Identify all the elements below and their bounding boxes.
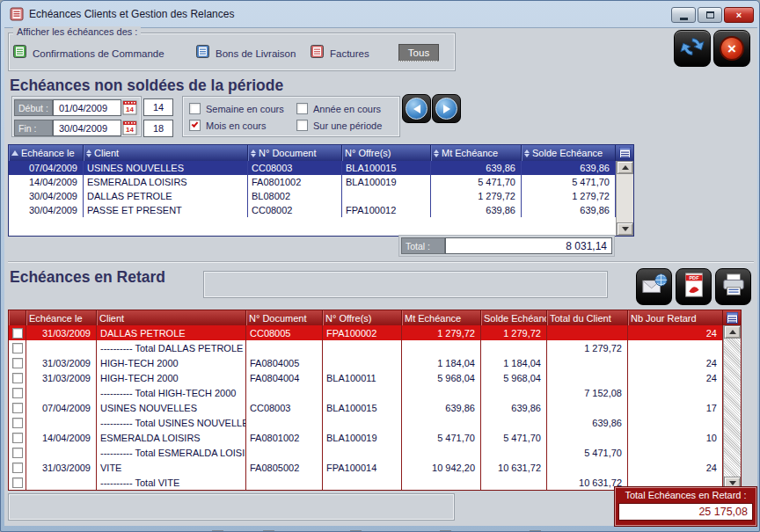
export-pdf-button[interactable]: PDF (676, 268, 712, 305)
row-checkbox[interactable] (12, 418, 23, 428)
late-table-row[interactable]: 31/03/2009DALLAS PETROLECC08005FPA100002… (9, 325, 723, 340)
maximize-icon (706, 11, 714, 18)
start-date-label: Début : (14, 99, 53, 116)
due-table-column-header[interactable]: N° Document (248, 145, 342, 161)
late-table-column-header[interactable]: N° Document (246, 310, 323, 325)
table-properties-icon[interactable] (724, 311, 740, 324)
previous-period-button[interactable] (402, 94, 431, 123)
exit-button[interactable]: × (713, 30, 750, 67)
due-table-column-header[interactable]: Mt Echéance (431, 145, 522, 161)
late-table-row[interactable]: ---------- Total ESMERALDA LOISIRS5 471,… (9, 445, 723, 460)
period-option[interactable]: Semaine en cours (189, 100, 296, 117)
close-button[interactable]: × (724, 7, 754, 23)
due-table-column-header[interactable]: Client (84, 145, 248, 161)
filter-item[interactable]: Bons de Livraison (196, 45, 296, 62)
late-table-cell: BLA100015 (323, 400, 402, 415)
late-table-row[interactable]: 14/04/2009ESMERALDA LOISIRSFA0801002BLA1… (9, 430, 723, 445)
due-table: Echéance leClientN° DocumentN° Offre(s)M… (8, 144, 634, 237)
calendar-icon[interactable]: 14 (122, 99, 137, 115)
close-icon: × (736, 11, 742, 20)
calendar-icon[interactable]: 14 (122, 120, 137, 135)
late-table-cell (402, 445, 481, 460)
row-checkbox[interactable] (12, 358, 23, 368)
end-date-input[interactable]: 30/04/2009 (53, 120, 121, 136)
period-option[interactable]: Sur une période (296, 117, 397, 134)
due-table-cell: 07/04/2009 (9, 161, 84, 175)
column-header-label: Client (94, 148, 119, 158)
row-checkbox[interactable] (12, 448, 23, 458)
week-end-field[interactable]: 18 (143, 120, 173, 137)
row-checkbox[interactable] (12, 463, 23, 473)
period-option[interactable]: Année en cours (296, 100, 397, 117)
due-table-cell: DALLAS PETROLE (84, 189, 248, 203)
checkbox[interactable] (189, 120, 201, 131)
scroll-up-button[interactable] (724, 325, 741, 339)
send-email-button[interactable] (636, 268, 672, 305)
due-table-row[interactable]: 30/04/2009DALLAS PETROLEBL080021 279,721… (9, 189, 616, 203)
row-checkbox[interactable] (12, 343, 23, 353)
maximize-button[interactable] (698, 7, 722, 23)
due-total-label: Total : (401, 237, 445, 254)
due-table-cell: BLA100019 (342, 175, 431, 189)
late-table-cell: 1 184,04 (481, 355, 547, 370)
late-table-row[interactable]: 07/04/2009USINES NOUVELLESCC08003BLA1000… (9, 400, 723, 415)
late-table-row[interactable]: 31/03/2009VITEFA0805002FPA10001410 942,2… (9, 460, 723, 475)
refresh-button[interactable] (674, 30, 711, 67)
due-table-column-header[interactable]: Solde Echéance (522, 145, 616, 161)
row-checkbox[interactable] (12, 433, 23, 443)
start-date-input[interactable]: 01/04/2009 (53, 99, 121, 116)
late-table-row[interactable]: 31/03/2009HIGH-TECH 2000FA08040051 184,0… (9, 355, 723, 370)
late-total-label: Total Echéances en Retard : (618, 490, 753, 500)
late-table-cell (402, 340, 481, 355)
next-period-button[interactable] (432, 94, 461, 123)
row-checkbox[interactable] (12, 403, 23, 413)
due-table-cell: BL08002 (248, 189, 342, 203)
titlebar[interactable]: Echéances Clients et Gestion des Relance… (1, 1, 759, 27)
late-table-column-header[interactable]: Nb Jour Retard (628, 310, 723, 325)
late-table-row[interactable]: ---------- Total DALLAS PETROLE1 279,72 (9, 340, 723, 355)
late-table-column-header[interactable]: Mt Echéance (402, 310, 481, 325)
row-checkbox[interactable] (12, 328, 23, 339)
filter-all-button[interactable]: Tous (398, 44, 439, 62)
late-table-row[interactable]: 31/03/2009HIGH-TECH 2000FA0804004BLA1000… (9, 370, 723, 385)
late-table-cell: USINES NOUVELLES (97, 400, 246, 415)
late-table-cell: ESMERALDA LOISIRS (97, 430, 246, 445)
late-table-cell (246, 415, 323, 430)
table-properties-icon[interactable] (617, 146, 632, 159)
checkbox[interactable] (296, 103, 308, 114)
due-table-row[interactable]: 07/04/2009USINES NOUVELLESCC08003BLA1000… (9, 161, 616, 175)
checkbox[interactable] (296, 120, 308, 131)
late-table-row[interactable]: ---------- Total USINES NOUVELLES639,86 (9, 415, 723, 430)
period-option[interactable]: Mois en cours (189, 117, 296, 134)
late-table-cell (323, 445, 402, 460)
due-table-scrollbar[interactable] (616, 161, 633, 236)
late-table-column-header[interactable]: Solde Echéance (481, 310, 547, 325)
row-checkbox[interactable] (12, 373, 23, 383)
late-table-cell (547, 460, 628, 475)
late-table-cell: ---------- Total ESMERALDA LOISIRS (97, 445, 246, 460)
minimize-button[interactable] (671, 7, 696, 23)
print-button[interactable] (715, 268, 751, 305)
late-table-column-header[interactable]: Total du Client (547, 310, 628, 325)
due-table-column-header[interactable]: N° Offre(s) (342, 145, 431, 161)
due-table-column-header[interactable]: Echéance le (9, 145, 84, 161)
late-table-column-header[interactable]: N° Offre(s) (323, 310, 402, 325)
late-table-column-header[interactable]: Echéance le (26, 310, 97, 325)
late-table-row[interactable]: ---------- Total HIGH-TECH 20007 152,08 (9, 385, 723, 400)
week-start-field[interactable]: 14 (143, 98, 173, 116)
late-table-scrollbar[interactable] (723, 325, 741, 490)
row-checkbox[interactable] (12, 477, 23, 488)
late-table-cell: 31/03/2009 (26, 325, 97, 340)
late-table-cell: 1 279,72 (481, 325, 547, 340)
checkbox[interactable] (189, 103, 201, 114)
filter-item[interactable]: Factures (311, 45, 369, 62)
filter-item[interactable]: Confirmations de Commande (13, 45, 164, 62)
row-checkbox[interactable] (12, 388, 23, 398)
sort-ascending-icon (11, 150, 18, 156)
due-table-row[interactable]: 14/04/2009ESMERALDA LOISIRSFA0801002BLA1… (9, 175, 616, 189)
scroll-down-button[interactable] (617, 222, 633, 236)
scroll-up-button[interactable] (617, 161, 633, 174)
due-table-row[interactable]: 30/04/2009PASSE ET PRESENTCC08002FPA1000… (9, 203, 616, 217)
column-header-label: Echéance le (21, 148, 75, 158)
late-table-column-header[interactable]: Client (97, 310, 246, 325)
